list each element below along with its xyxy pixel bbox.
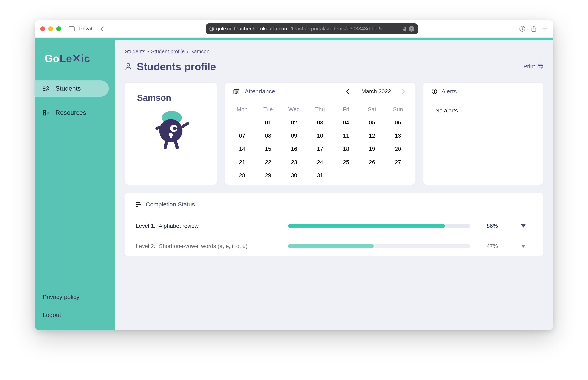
students-icon (43, 85, 50, 92)
month-label: March 2022 (361, 88, 391, 95)
reader-mode-icon[interactable]: ⋯ (409, 26, 414, 32)
calendar-day[interactable]: 17 (307, 146, 333, 152)
calendar-day[interactable]: 01 (255, 119, 281, 126)
calendar-dow: Thu (307, 106, 333, 113)
sidebar-footer: Privacy policy Logout (35, 285, 115, 330)
completion-row: Level 2. Short one-vowel words (a, e, i,… (125, 236, 543, 256)
calendar-day[interactable]: 03 (307, 119, 333, 126)
brand-x-icon: ✕ (72, 52, 81, 64)
browser-addressbar[interactable]: golexic-teacher.herokuapp.com/teacher-po… (206, 23, 418, 34)
calendar-day[interactable]: 12 (359, 133, 385, 139)
sidebar-toggle-icon[interactable] (69, 26, 75, 31)
breadcrumb-item[interactable]: Samson (190, 48, 210, 55)
print-button[interactable]: Print (523, 63, 543, 70)
sidebar-nav: Students Resources (35, 80, 115, 121)
downloads-icon[interactable] (519, 26, 525, 32)
calendar-day[interactable]: 05 (359, 119, 385, 126)
new-tab-icon[interactable] (542, 26, 548, 32)
calendar-day[interactable]: 19 (359, 146, 385, 152)
completion-percent: 47% (476, 243, 508, 249)
calendar-dow: Wed (281, 106, 307, 113)
svg-point-38 (237, 92, 238, 92)
browser-window: Privat golexic-teacher.herokuapp.com/tea… (35, 20, 553, 330)
calendar-day[interactable]: 04 (333, 119, 359, 126)
calendar-day[interactable]: 07 (229, 133, 255, 139)
calendar-icon (233, 88, 240, 95)
completion-percent: 86% (476, 223, 508, 229)
calendar-day[interactable]: 20 (385, 146, 411, 152)
addressbar-path: /teacher-portal/students/d303348d-bef5 (291, 26, 382, 32)
calendar-day[interactable]: 22 (255, 159, 281, 165)
calendar-day[interactable]: 08 (255, 133, 281, 139)
expand-row-button[interactable] (514, 224, 532, 228)
main: Students › Student profile › Samson Stud… (115, 40, 553, 330)
brand-ic: ic (81, 53, 90, 64)
svg-point-29 (173, 127, 177, 130)
calendar-day[interactable]: 28 (229, 172, 255, 179)
svg-rect-5 (403, 29, 406, 31)
browser-back-button[interactable] (100, 26, 104, 32)
privacy-policy-link[interactable]: Privacy policy (43, 294, 107, 300)
sidebar-item-label: Resources (56, 109, 86, 116)
breadcrumb: Students › Student profile › Samson (125, 48, 543, 55)
calendar-day[interactable]: 26 (359, 159, 385, 165)
svg-point-30 (169, 133, 173, 137)
completion-level-label: Level 1. Alphabet review (136, 223, 282, 229)
calendar-day[interactable]: 06 (385, 119, 411, 126)
sidebar-item-resources[interactable]: Resources (35, 105, 109, 121)
calendar-day[interactable]: 16 (281, 146, 307, 152)
app-root: GoLe✕ic Students Resources (35, 40, 553, 330)
alerts-title: Alerts (441, 88, 457, 95)
calendar-day[interactable]: 09 (281, 133, 307, 139)
calendar-day[interactable]: 27 (385, 159, 411, 165)
svg-point-15 (47, 86, 49, 88)
calendar-day[interactable]: 30 (281, 172, 307, 179)
completion-progress (288, 224, 470, 228)
window-controls (40, 26, 61, 31)
calendar-grid: MonTueWedThuFriSatSun0102030405060708091… (229, 106, 411, 179)
brand-logo[interactable]: GoLe✕ic (35, 52, 115, 80)
attendance-card: Attendance March 2022 (225, 83, 415, 185)
svg-point-22 (127, 63, 130, 66)
close-window-button[interactable] (40, 26, 45, 31)
breadcrumb-item[interactable]: Students (125, 48, 146, 55)
next-month-button[interactable] (401, 88, 407, 95)
svg-rect-16 (43, 110, 45, 113)
breadcrumb-item[interactable]: Student profile (151, 48, 185, 55)
svg-rect-24 (538, 66, 543, 68)
lock-icon (403, 27, 407, 31)
svg-point-43 (434, 92, 435, 93)
calendar-day[interactable]: 10 (307, 133, 333, 139)
calendar-day[interactable]: 13 (385, 133, 411, 139)
calendar-dow: Tue (255, 106, 281, 113)
alerts-card: Alerts No alerts (423, 83, 543, 185)
addressbar-host: golexic-teacher.herokuapp.com (216, 26, 288, 32)
share-icon[interactable] (531, 26, 537, 32)
calendar-day[interactable]: 15 (255, 146, 281, 152)
calendar-day[interactable]: 21 (229, 159, 255, 165)
calendar-dow: Sun (385, 106, 411, 113)
sidebar-item-students[interactable]: Students (35, 80, 109, 96)
sidebar: GoLe✕ic Students Resources (35, 40, 115, 330)
minimize-window-button[interactable] (48, 26, 53, 31)
calendar-day[interactable]: 24 (307, 159, 333, 165)
calendar-day[interactable]: 31 (307, 172, 333, 179)
calendar-day[interactable]: 14 (229, 146, 255, 152)
calendar-day[interactable]: 11 (333, 133, 359, 139)
calendar-day[interactable]: 23 (281, 159, 307, 165)
prev-month-button[interactable] (345, 88, 351, 95)
calendar-day[interactable]: 29 (255, 172, 281, 179)
maximize-window-button[interactable] (56, 26, 61, 31)
svg-point-40 (236, 93, 236, 94)
completion-row: Level 1. Alphabet review86% (125, 216, 543, 236)
calendar-day[interactable]: 25 (333, 159, 359, 165)
calendar-day[interactable]: 02 (281, 119, 307, 126)
private-browsing-label: Privat (79, 26, 92, 32)
calendar-day[interactable]: 18 (333, 146, 359, 152)
svg-point-39 (235, 93, 235, 94)
calendar-dow: Fri (333, 106, 359, 113)
browser-titlebar: Privat golexic-teacher.herokuapp.com/tea… (35, 20, 553, 38)
expand-row-button[interactable] (514, 244, 532, 248)
logout-link[interactable]: Logout (43, 312, 107, 318)
completion-card: Completion Status Level 1. Alphabet revi… (125, 193, 543, 256)
